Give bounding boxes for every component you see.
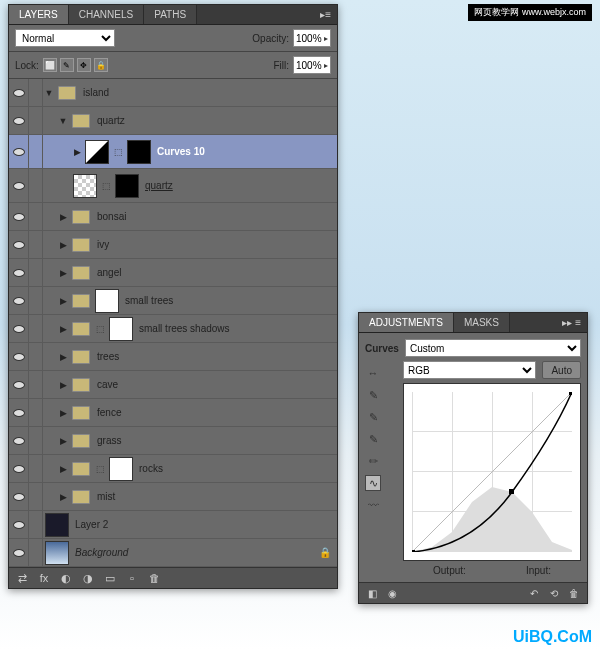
view-icon[interactable]: ◉ (385, 586, 399, 600)
tab-masks[interactable]: MASKS (454, 313, 510, 332)
disclosure-icon[interactable]: ▶ (57, 211, 69, 223)
eyedropper-black-icon[interactable]: ✎ (365, 387, 381, 403)
tab-paths[interactable]: PATHS (144, 5, 197, 24)
layer-row[interactable]: ▶⬚rocks (9, 455, 337, 483)
layer-row[interactable]: Layer 2 (9, 511, 337, 539)
layer-name[interactable]: small trees shadows (139, 323, 230, 334)
layer-thumb[interactable] (73, 174, 97, 198)
visibility-toggle[interactable] (9, 169, 29, 202)
layer-name[interactable]: trees (97, 351, 119, 362)
fill-input[interactable]: 100%▸ (293, 56, 331, 74)
layer-name[interactable]: mist (97, 491, 115, 502)
layer-row[interactable]: ▶small trees (9, 287, 337, 315)
visibility-toggle[interactable] (9, 135, 29, 168)
curve-point-icon[interactable]: ∿ (365, 475, 381, 491)
disclosure-icon[interactable]: ▼ (43, 87, 55, 99)
lock-transparency-icon[interactable]: ⬜ (43, 58, 57, 72)
layer-thumb[interactable] (45, 541, 69, 565)
eyedropper-white-icon[interactable]: ✎ (365, 431, 381, 447)
visibility-toggle[interactable] (9, 203, 29, 230)
layer-name[interactable]: rocks (139, 463, 163, 474)
disclosure-icon[interactable]: ▶ (57, 463, 69, 475)
layer-name[interactable]: ivy (97, 239, 109, 250)
panel-menu-icon[interactable]: ▸≡ (314, 5, 337, 24)
layer-row[interactable]: ▼island (9, 79, 337, 107)
layer-list[interactable]: ▼island▼quartz▶⬚Curves 10⬚quartz▶bonsai▶… (9, 79, 337, 567)
layer-name[interactable]: grass (97, 435, 121, 446)
channel-select[interactable]: RGB (403, 361, 536, 379)
disclosure-icon[interactable]: ▼ (57, 115, 69, 127)
visibility-toggle[interactable] (9, 455, 29, 482)
layer-name[interactable]: Layer 2 (75, 519, 108, 530)
disclosure-icon[interactable]: ▶ (71, 146, 83, 158)
auto-button[interactable]: Auto (542, 361, 581, 379)
delete-layer-icon[interactable]: 🗑 (147, 571, 161, 585)
layer-row[interactable]: ▶mist (9, 483, 337, 511)
disclosure-icon[interactable]: ▶ (57, 267, 69, 279)
lock-position-icon[interactable]: ✥ (77, 58, 91, 72)
layer-row[interactable]: ▶trees (9, 343, 337, 371)
visibility-toggle[interactable] (9, 287, 29, 314)
layer-row[interactable]: ▶bonsai (9, 203, 337, 231)
disclosure-icon[interactable]: ▶ (57, 295, 69, 307)
pencil-icon[interactable]: ✏ (365, 453, 381, 469)
layer-row[interactable]: Background🔒 (9, 539, 337, 567)
visibility-toggle[interactable] (9, 539, 29, 566)
layer-row[interactable]: ▶⬚Curves 10 (9, 135, 337, 169)
panel-menu-icon[interactable]: ▸▸ ≡ (556, 313, 587, 332)
clip-icon[interactable]: ◧ (365, 586, 379, 600)
layer-row[interactable]: ▶⬚small trees shadows (9, 315, 337, 343)
layer-row[interactable]: ▶grass (9, 427, 337, 455)
mask-thumb[interactable] (127, 140, 151, 164)
layer-name[interactable]: small trees (125, 295, 173, 306)
link-layers-icon[interactable]: ⇄ (15, 571, 29, 585)
mask-thumb[interactable] (109, 457, 133, 481)
opacity-input[interactable]: 100%▸ (293, 29, 331, 47)
visibility-toggle[interactable] (9, 79, 29, 106)
layer-name[interactable]: cave (97, 379, 118, 390)
curve-editor[interactable] (403, 383, 581, 561)
adj-thumb[interactable] (85, 140, 109, 164)
visibility-toggle[interactable] (9, 343, 29, 370)
new-layer-icon[interactable]: ▫ (125, 571, 139, 585)
preset-select[interactable]: Custom (405, 339, 581, 357)
disclosure-icon[interactable]: ▶ (57, 351, 69, 363)
tab-adjustments[interactable]: ADJUSTMENTS (359, 313, 454, 332)
visibility-toggle[interactable] (9, 107, 29, 134)
visibility-toggle[interactable] (9, 231, 29, 258)
visibility-toggle[interactable] (9, 315, 29, 342)
smooth-icon[interactable]: 〰 (365, 497, 381, 513)
layer-row[interactable]: ⬚quartz (9, 169, 337, 203)
disclosure-icon[interactable]: ▶ (57, 239, 69, 251)
mask-thumb[interactable] (115, 174, 139, 198)
tab-layers[interactable]: LAYERS (9, 5, 69, 24)
target-adjust-icon[interactable]: ↔ (365, 365, 381, 381)
chevron-right-icon[interactable]: ▸ (322, 34, 330, 43)
tab-channels[interactable]: CHANNELS (69, 5, 144, 24)
layer-name[interactable]: Background (75, 547, 128, 558)
visibility-toggle[interactable] (9, 427, 29, 454)
eyedropper-gray-icon[interactable]: ✎ (365, 409, 381, 425)
visibility-toggle[interactable] (9, 399, 29, 426)
blend-mode-select[interactable]: Normal (15, 29, 115, 47)
layer-row[interactable]: ▶angel (9, 259, 337, 287)
lock-pixels-icon[interactable]: ✎ (60, 58, 74, 72)
mask-thumb[interactable] (109, 317, 133, 341)
layer-name[interactable]: quartz (97, 115, 125, 126)
layer-name[interactable]: quartz (145, 180, 173, 191)
chevron-right-icon[interactable]: ▸ (322, 61, 330, 70)
layer-name[interactable]: island (83, 87, 109, 98)
disclosure-icon[interactable]: ▶ (57, 323, 69, 335)
layer-name[interactable]: fence (97, 407, 121, 418)
layer-name[interactable]: bonsai (97, 211, 126, 222)
layer-thumb[interactable] (45, 513, 69, 537)
fx-icon[interactable]: fx (37, 571, 51, 585)
reset-icon[interactable]: ⟲ (547, 586, 561, 600)
layer-row[interactable]: ▶ivy (9, 231, 337, 259)
visibility-toggle[interactable] (9, 371, 29, 398)
visibility-toggle[interactable] (9, 511, 29, 538)
disclosure-icon[interactable]: ▶ (57, 435, 69, 447)
add-adjustment-icon[interactable]: ◑ (81, 571, 95, 585)
layer-row[interactable]: ▶fence (9, 399, 337, 427)
disclosure-icon[interactable]: ▶ (57, 379, 69, 391)
